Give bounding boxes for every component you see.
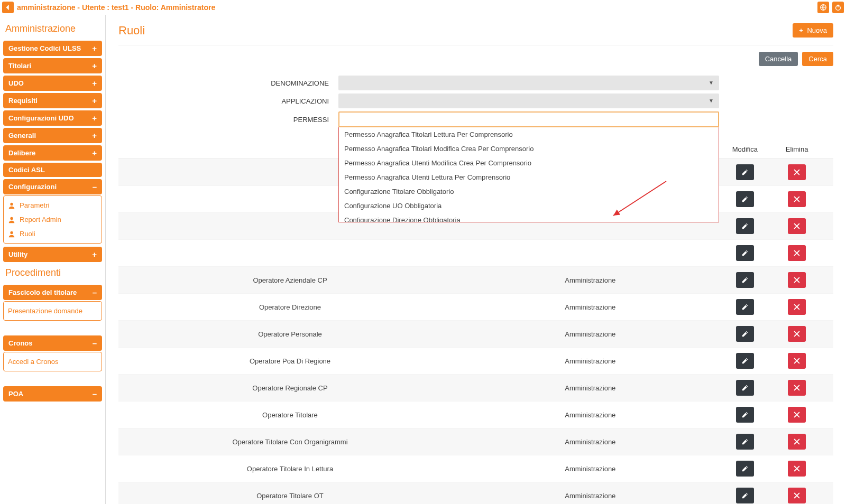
sidebar-item-cronos[interactable]: Cronos– — [3, 335, 102, 351]
topbar: amministrazione - Utente : test1 - Ruolo… — [0, 0, 846, 15]
svg-point-5 — [10, 231, 13, 234]
close-icon — [793, 303, 801, 311]
sidebar-section-proc-title: Procedimenti — [5, 267, 102, 278]
sidebar: Amministrazione Gestione Codici ULSS+Tit… — [0, 15, 106, 504]
edit-button[interactable] — [736, 380, 754, 396]
permessi-option[interactable]: Permesso Anagrafica Titolari Lettura Per… — [339, 127, 719, 142]
power-icon — [834, 4, 842, 11]
sidebar-subitem-label: Ruoli — [20, 230, 35, 238]
sidebar-item-label: Codici ASL — [8, 166, 45, 174]
collapse-sidebar-button[interactable] — [2, 2, 14, 13]
edit-button[interactable] — [736, 407, 754, 423]
sidebar-item-generali[interactable]: Generali+ — [3, 128, 102, 143]
sidebar-subitem-accedi-a-cronos[interactable]: Accedi a Cronos — [4, 354, 102, 369]
delete-button[interactable] — [788, 380, 806, 396]
power-button[interactable] — [832, 2, 844, 13]
permessi-option[interactable]: Permesso Anagrafica Utenti Lettura Per C… — [339, 170, 719, 184]
sidebar-item-label: POA — [8, 390, 23, 398]
delete-button[interactable] — [788, 353, 806, 369]
delete-button[interactable] — [788, 272, 806, 288]
delete-button[interactable] — [788, 488, 806, 503]
close-icon — [793, 465, 801, 472]
new-button[interactable]: + Nuova — [793, 23, 833, 38]
edit-icon — [741, 303, 749, 311]
sidebar-item-label: Requisiti — [8, 97, 38, 105]
user-icon — [8, 216, 15, 223]
sidebar-item-label: Configurazioni UDO — [8, 114, 74, 122]
page-breadcrumb: amministrazione - Utente : test1 - Ruolo… — [17, 3, 215, 12]
delete-button[interactable] — [788, 461, 806, 477]
expand-icon: + — [92, 96, 97, 105]
expand-icon: + — [92, 79, 97, 88]
edit-button[interactable] — [736, 245, 754, 261]
sidebar-item-label: Delibere — [8, 149, 35, 157]
role-app-cell: Amministrazione — [462, 375, 719, 402]
cancel-button[interactable]: Cancella — [759, 52, 798, 66]
sidebar-item-gestione-codici-ulss[interactable]: Gestione Codici ULSS+ — [3, 41, 102, 56]
permessi-option[interactable]: Configurazione UO Obbligatoria — [339, 199, 719, 213]
delete-button[interactable] — [788, 407, 806, 423]
edit-button[interactable] — [736, 353, 754, 369]
delete-button[interactable] — [788, 164, 806, 180]
delete-button[interactable] — [788, 299, 806, 315]
user-icon — [8, 202, 15, 209]
permessi-option[interactable]: Configurazione Titolare Obbligatorio — [339, 184, 719, 199]
edit-button[interactable] — [736, 218, 754, 234]
delete-button[interactable] — [788, 191, 806, 207]
sidebar-item-utility[interactable]: Utility+ — [3, 247, 102, 262]
close-icon — [793, 276, 801, 284]
permessi-option[interactable]: Permesso Anagrafica Titolari Modifica Cr… — [339, 142, 719, 156]
table-row: Operatore Titolare Con OrganigrammiAmmin… — [118, 428, 833, 455]
sidebar-item-fascicolo-del-titolare[interactable]: Fascicolo del titolare– — [3, 285, 102, 300]
edit-button[interactable] — [736, 272, 754, 288]
sidebar-item-configurazioni[interactable]: Configurazioni– — [3, 179, 102, 194]
denominazione-select[interactable] — [338, 76, 719, 90]
sidebar-item-titolari[interactable]: Titolari+ — [3, 58, 102, 73]
edit-button[interactable] — [736, 299, 754, 315]
delete-button[interactable] — [788, 326, 806, 342]
edit-icon — [741, 169, 749, 176]
permessi-option[interactable]: Permesso Anagrafica Utenti Modifica Crea… — [339, 156, 719, 170]
sidebar-subitem-presentazione-domande[interactable]: Presentazione domande — [4, 304, 102, 318]
sidebar-subitem-report-admin[interactable]: Report Admin — [4, 212, 102, 227]
sidebar-subitem-ruoli[interactable]: Ruoli — [4, 227, 102, 241]
edit-button[interactable] — [736, 461, 754, 477]
globe-button[interactable] — [817, 2, 829, 13]
sidebar-subitem-parametri[interactable]: Parametri — [4, 198, 102, 212]
edit-button[interactable] — [736, 326, 754, 342]
edit-icon — [741, 330, 749, 338]
edit-button[interactable] — [736, 164, 754, 180]
close-icon — [793, 384, 801, 391]
expand-icon: – — [93, 389, 97, 398]
sidebar-item-poa[interactable]: POA– — [3, 386, 102, 402]
permessi-option[interactable]: Configurazione Direzione Obbligatoria — [339, 213, 719, 222]
delete-button[interactable] — [788, 245, 806, 261]
permessi-input[interactable] — [338, 111, 719, 127]
edit-button[interactable] — [736, 191, 754, 207]
sidebar-item-delibere[interactable]: Delibere+ — [3, 145, 102, 161]
sidebar-item-codici-asl[interactable]: Codici ASL — [3, 163, 102, 177]
delete-button[interactable] — [788, 434, 806, 450]
role-name-cell: Operatore Titolare In Lettura — [118, 455, 462, 482]
search-button[interactable]: Cerca — [802, 52, 833, 66]
new-button-label: Nuova — [807, 26, 827, 34]
sidebar-submenu: ParametriReport AdminRuoli — [3, 195, 102, 244]
table-row: Operatore Aziendale CPAmministrazione — [118, 267, 833, 294]
role-app-cell: Amministrazione — [462, 348, 719, 375]
role-name-cell: Operatore Personale — [118, 321, 462, 348]
delete-button[interactable] — [788, 218, 806, 234]
expand-icon: – — [93, 288, 97, 297]
close-icon — [793, 411, 801, 418]
edit-button[interactable] — [736, 488, 754, 503]
permessi-dropdown[interactable]: Permesso Anagrafica Titolari Lettura Per… — [338, 127, 719, 222]
sidebar-subitem-label: Presentazione domande — [8, 307, 82, 315]
role-name-cell: Operatore Titolare OT — [118, 482, 462, 505]
sidebar-item-requisiti[interactable]: Requisiti+ — [3, 93, 102, 108]
sidebar-item-label: Configurazioni — [8, 183, 57, 191]
edit-button[interactable] — [736, 434, 754, 450]
applicazioni-select[interactable] — [338, 94, 719, 108]
sidebar-item-label: Utility — [8, 250, 27, 258]
table-row: Operatore DirezioneAmministrazione — [118, 294, 833, 321]
sidebar-item-configurazioni-udo[interactable]: Configurazioni UDO+ — [3, 110, 102, 126]
sidebar-item-udo[interactable]: UDO+ — [3, 76, 102, 91]
